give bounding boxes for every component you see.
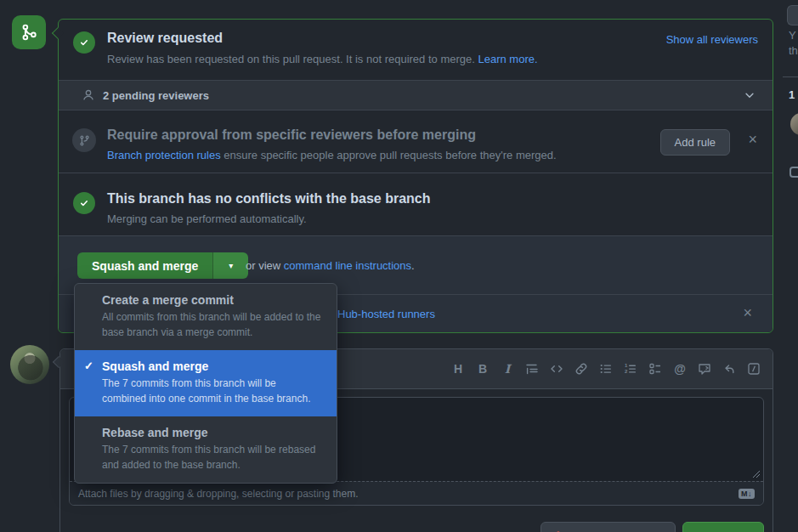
quote-icon[interactable]: [524, 361, 540, 376]
mention-icon[interactable]: @: [672, 361, 688, 376]
review-requested-description: Review has been requested on this pull r…: [107, 53, 538, 65]
heading-icon[interactable]: H: [450, 361, 466, 376]
menu-item-description: The 7 commits from this branch will be c…: [102, 376, 323, 406]
markdown-supported-icon[interactable]: M↓: [739, 489, 755, 499]
comment-actions: Close pull request Comment: [540, 522, 764, 532]
sidebar-divider: [783, 76, 798, 77]
pending-reviewers-row[interactable]: 2 pending reviewers: [59, 80, 773, 110]
pull-request-page: Review requested Review has been request…: [0, 0, 798, 532]
person-icon: [82, 88, 95, 102]
merge-options-caret-button[interactable]: ▾: [212, 252, 248, 279]
dismiss-protection-icon[interactable]: ×: [748, 133, 757, 145]
review-requested-section: Review requested Review has been request…: [59, 20, 773, 80]
menu-item-create-merge-commit[interactable]: Create a merge commit All commits from t…: [75, 284, 337, 350]
squash-and-merge-button[interactable]: Squash and merge: [77, 252, 212, 279]
reply-icon[interactable]: [722, 361, 737, 376]
menu-item-title: Squash and merge: [102, 359, 323, 374]
attach-files-hint: Attach files by dragging & dropping, sel…: [78, 488, 359, 500]
menu-item-description: All commits from this branch will be add…: [102, 309, 323, 340]
sidebar-fragment-count: 1: [789, 88, 795, 101]
user-avatar[interactable]: [10, 345, 49, 384]
unordered-list-icon[interactable]: [598, 361, 614, 376]
sidebar-fragment-button[interactable]: [787, 5, 798, 25]
sidebar-fragment-text-2: th: [789, 44, 798, 57]
sidebar-fragment-icon: [790, 167, 798, 178]
ordered-list-icon[interactable]: 12: [623, 361, 638, 376]
add-rule-button[interactable]: Add rule: [660, 129, 730, 156]
review-requested-title: Review requested: [107, 31, 223, 46]
sidebar-fragment-text-1: Y: [789, 29, 796, 42]
svg-text:2: 2: [625, 369, 628, 374]
cross-reference-icon[interactable]: [697, 361, 712, 376]
close-pull-request-button[interactable]: Close pull request: [540, 522, 676, 532]
chevron-down-icon: [744, 89, 756, 101]
no-conflicts-description: Merging can be performed automatically.: [107, 212, 307, 225]
check-circle-icon: [73, 192, 95, 214]
slash-command-icon[interactable]: [746, 361, 761, 376]
link-icon[interactable]: [574, 361, 589, 376]
check-circle-icon: [73, 31, 95, 54]
svg-text:1: 1: [625, 363, 628, 368]
protection-description-text: ensure specific people approve pull requ…: [221, 149, 557, 161]
or-view-text: or view: [246, 259, 284, 272]
no-conflicts-section: This branch has no conflicts with the ba…: [59, 173, 773, 235]
dismiss-runners-icon[interactable]: ×: [743, 307, 752, 319]
period-text: .: [411, 259, 415, 272]
menu-item-description: The 7 commits from this branch will be r…: [102, 442, 323, 473]
attach-files-row[interactable]: Attach files by dragging & dropping, sel…: [70, 481, 763, 505]
task-list-icon[interactable]: [648, 361, 663, 376]
git-branch-icon: [72, 128, 96, 152]
show-all-reviewers-link[interactable]: Show all reviewers: [666, 33, 758, 46]
comment-button[interactable]: Comment: [682, 522, 764, 532]
caret-down-icon: ▾: [229, 261, 233, 270]
command-line-hint: or view command line instructions.: [246, 259, 415, 272]
no-conflicts-title: This branch has no conflicts with the ba…: [107, 191, 431, 207]
branch-protection-rules-link[interactable]: Branch protection rules: [107, 149, 221, 161]
bold-icon[interactable]: B: [475, 361, 490, 376]
git-merge-icon: [12, 15, 46, 49]
merge-method-dropdown: Create a merge commit All commits from t…: [74, 283, 337, 484]
review-description-text: Review has been requested on this pull r…: [107, 53, 478, 65]
hosted-runners-link[interactable]: Hub-hosted runners: [337, 308, 435, 320]
branch-protection-section: Require approval from specific reviewers…: [59, 110, 773, 173]
resize-handle[interactable]: [752, 470, 761, 478]
sidebar-fragment-avatar[interactable]: [790, 113, 798, 135]
merge-split-button: Squash and merge ▾: [77, 252, 248, 279]
protection-description: Branch protection rules ensure specific …: [107, 149, 557, 161]
pending-reviewers-label: 2 pending reviewers: [103, 89, 209, 102]
italic-icon[interactable]: I: [500, 361, 515, 376]
menu-item-squash-and-merge[interactable]: ✓ Squash and merge The 7 commits from th…: [75, 350, 337, 416]
protection-title: Require approval from specific reviewers…: [107, 127, 476, 143]
menu-item-rebase-and-merge[interactable]: Rebase and merge The 7 commits from this…: [75, 416, 337, 483]
code-icon[interactable]: [549, 361, 564, 376]
check-icon: ✓: [84, 359, 93, 372]
menu-item-title: Create a merge commit: [102, 292, 323, 308]
learn-more-link[interactable]: Learn more.: [478, 53, 537, 65]
menu-item-title: Rebase and merge: [102, 425, 323, 440]
command-line-instructions-link[interactable]: command line instructions: [284, 259, 411, 272]
